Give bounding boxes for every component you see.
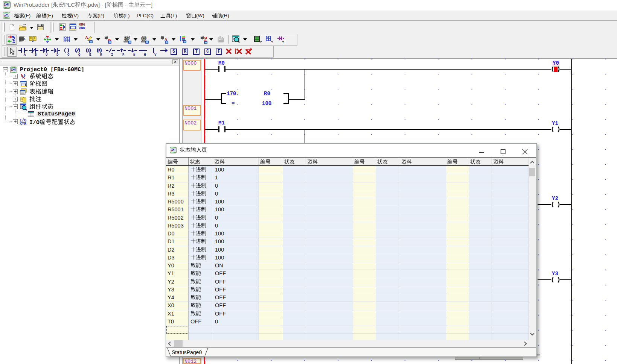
svg-text:?: ? xyxy=(260,40,262,44)
svg-text:R: R xyxy=(98,49,101,53)
svg-text:?: ? xyxy=(282,40,284,44)
svg-text:S: S xyxy=(87,49,90,53)
svg-text:M: M xyxy=(142,36,146,41)
svg-text:M: M xyxy=(204,36,207,40)
svg-text:A: A xyxy=(85,35,88,39)
svg-text:?: ? xyxy=(271,40,273,44)
svg-text:M: M xyxy=(125,36,129,41)
